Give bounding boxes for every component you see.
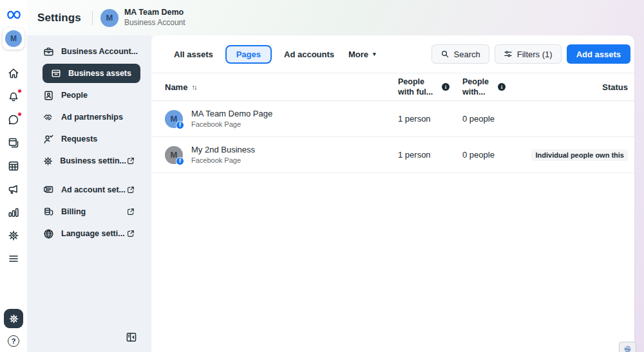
sidebar-item-label: Ad partnerships (61, 113, 123, 122)
browser-globe-widget[interactable] (619, 342, 636, 352)
table-header: Name ↑↓ People with ful... i People with… (151, 73, 634, 101)
external-link-icon (126, 207, 135, 216)
meta-logo-icon[interactable] (5, 8, 23, 22)
gear-icon (43, 155, 53, 167)
sidebar-item-requests[interactable]: Requests (27, 128, 151, 150)
sidebar-item-business-assets[interactable]: Business assets (43, 64, 140, 83)
insights-chart-icon[interactable] (6, 206, 21, 219)
sidebar-item-language-settings[interactable]: Language setti... (27, 223, 151, 245)
sidebar-item-label: People (61, 91, 88, 100)
filters-label: Filters (1) (517, 50, 553, 59)
sidebar-item-ad-account-settings[interactable]: Ad account set... (27, 179, 151, 201)
column-header-status: Status (527, 82, 628, 92)
tab-all-assets[interactable]: All assets (167, 45, 220, 64)
sidebar-item-label: Ad account set... (61, 185, 126, 194)
people-card-icon (43, 89, 55, 102)
top-bar: Settings M MA Team Demo Business Account (0, 0, 644, 35)
page-name: MA Team Demo Page (191, 109, 272, 120)
info-icon[interactable]: i (442, 83, 450, 91)
facebook-badge-icon: f (176, 121, 184, 129)
status-badge: Individual people own this (531, 149, 628, 161)
sidebar-item-label: Business Account... (61, 47, 138, 56)
settings-gear-icon[interactable] (6, 229, 21, 242)
notification-dot (17, 112, 22, 116)
globe-icon (623, 345, 632, 352)
search-button[interactable]: Search (431, 44, 489, 64)
divider (92, 11, 93, 25)
page-type: Facebook Page (191, 156, 255, 165)
toolbar: Search Filters (1) Add assets (431, 44, 630, 64)
external-link-icon (126, 229, 135, 238)
account-type: Business Account (124, 18, 185, 28)
settings-sidebar: Business Account... Business assets Peop… (27, 35, 151, 352)
column-header-name[interactable]: Name ↑↓ (165, 82, 398, 92)
notifications-bell-icon[interactable] (6, 90, 21, 103)
column-header-people-partial: People with... i (462, 77, 527, 98)
sidebar-item-label: Business settin... (60, 156, 126, 165)
people-partial-count: 0 people (462, 150, 527, 160)
page-name: My 2nd Business (191, 145, 255, 156)
tab-more-label: More (348, 50, 368, 59)
business-assets-panel: All assets Pages Ad accounts More ▾ Sear… (151, 35, 634, 352)
home-icon[interactable] (6, 67, 21, 80)
ad-account-icon (43, 184, 55, 196)
people-full-line1: People (398, 77, 433, 87)
ads-megaphone-icon[interactable] (6, 183, 21, 196)
sidebar-item-people[interactable]: People (27, 84, 151, 106)
info-icon[interactable]: i (498, 83, 506, 91)
person-check-icon (43, 133, 55, 145)
sidebar-item-billing[interactable]: Billing (27, 201, 151, 223)
page-avatar: M f (165, 110, 183, 128)
globe-icon (43, 228, 55, 240)
billing-coins-icon (43, 206, 55, 218)
handshake-icon (43, 111, 55, 124)
filters-button[interactable]: Filters (1) (495, 44, 562, 64)
avatar: M (5, 30, 22, 47)
external-link-icon (126, 185, 135, 194)
sidebar-item-label: Requests (61, 134, 97, 144)
page-type: Facebook Page (191, 120, 272, 129)
column-header-people-full: People with ful... i (398, 77, 462, 98)
messages-chat-icon[interactable] (6, 113, 21, 126)
help-glyph: ? (12, 337, 16, 345)
notification-dot (17, 89, 22, 93)
planner-grid-icon[interactable] (6, 160, 21, 172)
external-link-icon (126, 156, 135, 165)
business-assets-box-icon (50, 68, 62, 79)
content-posts-icon[interactable] (6, 136, 21, 149)
asset-tabs-row: All assets Pages Ad accounts More ▾ Sear… (151, 35, 634, 64)
add-assets-button[interactable]: Add assets (567, 44, 630, 64)
account-name: MA Team Demo (124, 8, 185, 18)
tab-ad-accounts[interactable]: Ad accounts (277, 45, 341, 64)
menu-icon[interactable] (6, 252, 21, 265)
search-label: Search (454, 50, 480, 59)
sidebar-item-label: Language setti... (61, 229, 125, 238)
tab-pages[interactable]: Pages (225, 45, 272, 64)
sidebar-item-label: Billing (61, 207, 86, 216)
sidebar-item-business-account[interactable]: Business Account... (27, 41, 151, 62)
rail-business-avatar[interactable]: M (3, 28, 24, 50)
chevron-down-icon: ▾ (373, 51, 376, 57)
people-full-line2: with ful... (398, 87, 433, 97)
name-header-label: Name (165, 82, 187, 92)
people-partial-count: 0 people (462, 114, 527, 124)
people-full-count: 1 person (398, 150, 462, 160)
avatar: M (100, 9, 118, 27)
table-row[interactable]: M f MA Team Demo Page Facebook Page 1 pe… (151, 101, 634, 137)
tab-more[interactable]: More ▾ (341, 45, 383, 64)
people-partial-line2: with... (462, 87, 489, 97)
sidebar-item-ad-partnerships[interactable]: Ad partnerships (27, 106, 151, 128)
business-account-switcher[interactable]: M MA Team Demo Business Account (100, 8, 185, 28)
facebook-badge-icon: f (176, 157, 184, 165)
icon-rail: M (0, 0, 27, 352)
settings-active-button[interactable] (4, 309, 23, 328)
sidebar-item-business-settings[interactable]: Business settin... (27, 150, 151, 172)
help-icon[interactable]: ? (8, 335, 19, 347)
people-full-count: 1 person (398, 114, 462, 124)
page-avatar: M f (165, 146, 183, 164)
table-row[interactable]: M f My 2nd Business Facebook Page 1 pers… (151, 137, 634, 173)
filters-icon (504, 50, 513, 59)
sidebar-item-label: Business assets (68, 69, 131, 78)
sort-icon: ↑↓ (191, 83, 198, 91)
collapse-sidebar-icon[interactable] (125, 331, 138, 344)
